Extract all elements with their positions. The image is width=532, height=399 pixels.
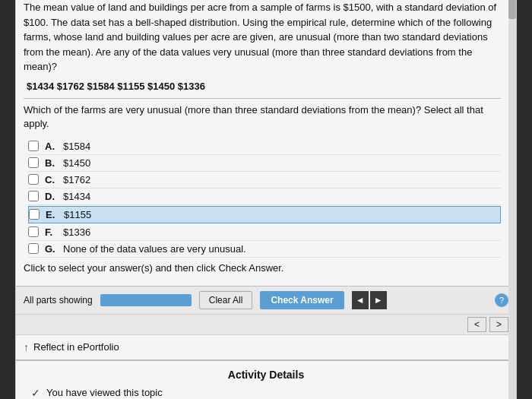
- reflect-section: ↑ Reflect in ePortfolio: [16, 334, 516, 359]
- viewed-text: You have viewed this topic: [46, 387, 163, 398]
- value-f: $1336: [63, 226, 90, 238]
- content-area: The mean value of land and buildings per…: [16, 0, 516, 286]
- viewed-row: ✓ You have viewed this topic: [24, 387, 508, 399]
- checkbox-e[interactable]: [29, 209, 40, 220]
- nav-arrows: ◄ ►: [352, 291, 387, 309]
- option-c[interactable]: C. $1762: [28, 172, 501, 188]
- clear-all-button[interactable]: Clear All: [199, 291, 253, 309]
- value-d: $1434: [63, 191, 90, 202]
- all-parts-label: All parts showing: [24, 295, 93, 306]
- values-line: $1434 $1762 $1584 $1155 $1450 $1336: [24, 81, 501, 92]
- next-arrow-button[interactable]: ►: [370, 291, 387, 309]
- option-f[interactable]: F. $1336: [28, 224, 501, 241]
- value-g: None of the data values are very unusual…: [63, 243, 246, 255]
- checkbox-b[interactable]: [28, 157, 39, 168]
- option-d[interactable]: D. $1434: [28, 188, 501, 205]
- letter-c: C.: [45, 174, 60, 185]
- main-container: The mean value of land and buildings per…: [15, 0, 517, 399]
- value-e: $1155: [64, 209, 91, 220]
- option-a[interactable]: A. $1584: [28, 138, 501, 155]
- activity-details-section: Activity Details ✓ You have viewed this …: [16, 359, 516, 399]
- sub-question: Which of the farms are very unusual (mor…: [24, 98, 501, 135]
- bottom-bar: All parts showing Clear All Check Answer…: [16, 286, 516, 314]
- activity-details-title: Activity Details: [24, 369, 508, 381]
- options-list: A. $1584 B. $1450 C. $1762 D. $1434 E.: [24, 138, 501, 258]
- letter-g: G.: [45, 243, 60, 255]
- scrollbar[interactable]: [508, 0, 516, 399]
- letter-f: F.: [45, 226, 60, 238]
- question-text: The mean value of land and buildings per…: [24, 0, 501, 74]
- check-answer-button[interactable]: Check Answer: [260, 291, 344, 309]
- letter-e: E.: [46, 209, 61, 220]
- prev-nav-button[interactable]: <: [467, 317, 486, 332]
- checkbox-d[interactable]: [28, 191, 39, 201]
- option-e[interactable]: E. $1155: [28, 206, 501, 223]
- progress-bar: [100, 294, 192, 306]
- help-icon[interactable]: ?: [495, 293, 508, 307]
- check-mark-icon: ✓: [31, 387, 40, 399]
- next-nav-button[interactable]: >: [489, 317, 508, 332]
- value-c: $1762: [63, 174, 90, 185]
- second-nav: < >: [16, 314, 516, 334]
- reflect-icon: ↑: [24, 341, 29, 353]
- letter-a: A.: [45, 141, 60, 152]
- prev-arrow-button[interactable]: ◄: [352, 291, 369, 309]
- option-g[interactable]: G. None of the data values are very unus…: [28, 241, 501, 258]
- letter-d: D.: [45, 191, 60, 202]
- reflect-link[interactable]: Reflect in ePortfolio: [33, 341, 119, 353]
- checkbox-f[interactable]: [28, 226, 39, 237]
- checkbox-a[interactable]: [28, 141, 39, 151]
- checkbox-g[interactable]: [28, 243, 39, 254]
- letter-b: B.: [45, 157, 60, 169]
- scrollbar-thumb: [508, 0, 516, 19]
- option-b[interactable]: B. $1450: [28, 155, 501, 172]
- checkbox-c[interactable]: [28, 174, 39, 185]
- value-a: $1584: [63, 141, 90, 152]
- value-b: $1450: [63, 157, 90, 169]
- instruction-text: Click to select your answer(s) and then …: [24, 262, 501, 274]
